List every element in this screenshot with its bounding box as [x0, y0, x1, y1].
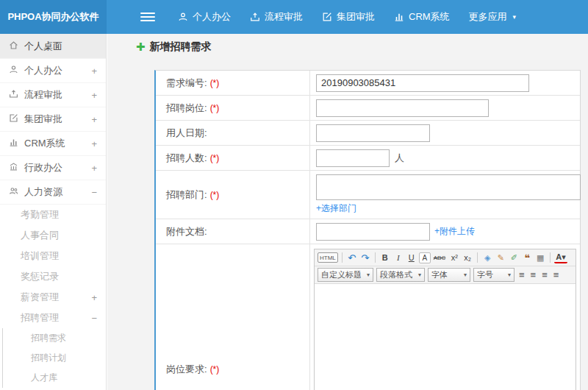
chevron-down-icon: ▾ [464, 272, 467, 278]
expand-icon[interactable]: + [91, 65, 97, 77]
sidebar-item-recruit-plan[interactable]: 招聘计划 [3, 348, 106, 368]
top-navigation: 个人办公 流程审批 集团审批 CRM系统 更多应用 ▾ [168, 0, 526, 34]
italic-button[interactable]: I [392, 251, 404, 264]
font-size-dropdown[interactable]: 字号 ▾ [473, 268, 514, 282]
html-source-button[interactable]: HTML [318, 252, 338, 263]
required-mark: (*) [210, 190, 220, 200]
format-brush-button[interactable]: ✎ [495, 251, 506, 264]
sidebar-item-recruit-demand[interactable]: 招聘需求 [3, 328, 106, 348]
hamburger-menu-icon[interactable] [140, 13, 155, 21]
font-family-dropdown[interactable]: 字体 ▾ [428, 268, 470, 282]
label-text: 需求编号: [166, 77, 207, 90]
sidebar-item-group-approval[interactable]: 集团审批 + [0, 107, 106, 132]
sidebar-item-training[interactable]: 培训管理 [0, 246, 106, 266]
sidebar-item-label: 薪资管理 [21, 291, 85, 304]
field-label: 招聘部门: (*) [156, 171, 310, 219]
toolbar-separator [375, 252, 376, 263]
code-input[interactable] [316, 74, 529, 92]
custom-title-dropdown[interactable]: 自定义标题 ▾ [318, 268, 373, 282]
sidebar-item-hr-contract[interactable]: 人事合同 [0, 225, 106, 246]
sidebar-item-hr[interactable]: 人力资源 − [0, 180, 106, 205]
align-justify-button[interactable]: ≡ [553, 269, 559, 280]
align-right-button[interactable]: ≡ [542, 269, 548, 280]
eraser-button[interactable]: ◈ [481, 251, 493, 264]
nav-crm-system[interactable]: CRM系统 [384, 0, 459, 34]
label-text: 用人日期: [166, 127, 207, 140]
label-text: 岗位要求: [166, 363, 207, 376]
paragraph-format-dropdown[interactable]: 段落格式 ▾ [376, 268, 425, 282]
chevron-down-icon: ▾ [367, 272, 370, 278]
sidebar-item-talent-pool[interactable]: 人才库 [3, 368, 106, 388]
plus-icon: ✚ [136, 40, 146, 54]
select-department-link[interactable]: +选择部门 [316, 202, 356, 215]
attachment-upload-link[interactable]: +附件上传 [434, 225, 475, 238]
expand-icon[interactable]: + [91, 90, 97, 101]
dropdown-label: 段落格式 [380, 269, 412, 280]
sidebar-item-label: CRM系统 [24, 137, 85, 150]
table-button[interactable]: ▦ [534, 251, 546, 264]
app-logo[interactable]: PHPOA协同办公软件 [0, 0, 107, 34]
nav-workflow-approval[interactable]: 流程审批 [240, 0, 312, 34]
expand-icon[interactable]: + [91, 114, 97, 125]
date-input[interactable] [316, 124, 430, 142]
sidebar-item-recruit-mgmt[interactable]: 招聘管理 − [0, 308, 106, 328]
editor-content-area[interactable] [315, 284, 576, 390]
page-title-text: 新增招聘需求 [150, 40, 212, 54]
form-row-date: 用人日期: [156, 121, 580, 146]
bar-chart-icon [9, 138, 18, 149]
nav-group-approval[interactable]: 集团审批 [312, 0, 384, 34]
nav-label: 集团审批 [337, 10, 375, 24]
field-label: 需求编号: (*) [156, 71, 310, 95]
sidebar-item-label: 培训管理 [21, 249, 97, 263]
attachment-input[interactable] [316, 223, 430, 241]
align-left-button[interactable]: ≡ [519, 269, 525, 280]
font-color-button[interactable]: A▾ [554, 252, 567, 263]
count-input[interactable] [316, 149, 390, 167]
expand-icon[interactable]: + [91, 292, 97, 303]
nav-personal-office[interactable]: 个人办公 [168, 0, 240, 34]
sidebar-item-admin-office[interactable]: 行政办公 + [0, 156, 106, 180]
redo-button[interactable]: ↷ [359, 251, 371, 264]
edit-pencil-icon [322, 12, 332, 22]
sidebar-item-salary[interactable]: 薪资管理 + [0, 287, 106, 308]
collapse-icon[interactable]: − [91, 187, 97, 198]
sidebar-item-personal-office[interactable]: 个人办公 + [0, 59, 106, 83]
dropdown-label: 字号 [477, 269, 493, 280]
chevron-down-icon: ▾ [513, 13, 517, 21]
rich-text-editor: HTML ↶ ↷ B I U A ABC x² x₂ ◈ [314, 249, 576, 390]
nav-label: 流程审批 [265, 10, 303, 24]
sidebar-item-desktop[interactable]: 个人桌面 [0, 34, 106, 59]
superscript-button[interactable]: x² [448, 251, 460, 264]
label-text: 招聘岗位: [166, 102, 207, 115]
blockquote-button[interactable]: ❝ [521, 251, 533, 264]
field-label: 岗位要求: (*) [156, 244, 310, 390]
strikethrough-button[interactable]: ABC [432, 251, 447, 264]
sidebar-item-workflow-approval[interactable]: 流程审批 + [0, 83, 106, 107]
font-style-button[interactable]: A [419, 252, 431, 263]
collapse-icon[interactable]: − [91, 313, 97, 324]
underline-button[interactable]: U [406, 251, 417, 264]
sidebar-item-crm[interactable]: CRM系统 + [0, 132, 106, 156]
dropdown-label: 字体 [431, 269, 448, 280]
required-mark: (*) [210, 364, 220, 375]
sidebar-item-label: 个人桌面 [24, 40, 97, 53]
expand-icon[interactable]: + [91, 138, 97, 149]
chevron-down-icon: ▾ [508, 272, 511, 278]
form-row-position: 招聘岗位: (*) [156, 96, 580, 121]
home-icon [9, 40, 18, 52]
field-label: 附件文档: [156, 219, 310, 244]
required-mark: (*) [210, 103, 220, 113]
person-icon [178, 12, 188, 22]
bar-chart-icon [394, 12, 404, 22]
expand-icon[interactable]: + [91, 163, 97, 174]
highlight-button[interactable]: ✐ [508, 251, 520, 264]
align-center-button[interactable]: ≡ [531, 269, 537, 280]
nav-more-apps[interactable]: 更多应用 ▾ [459, 0, 526, 34]
sidebar-item-rewards[interactable]: 奖惩记录 [0, 266, 106, 287]
bold-button[interactable]: B [379, 251, 391, 264]
sidebar-item-attendance[interactable]: 考勤管理 [0, 205, 106, 225]
subscript-button[interactable]: x₂ [462, 251, 473, 264]
undo-button[interactable]: ↶ [346, 251, 358, 264]
position-input[interactable] [316, 99, 489, 117]
department-textarea[interactable] [316, 174, 581, 200]
